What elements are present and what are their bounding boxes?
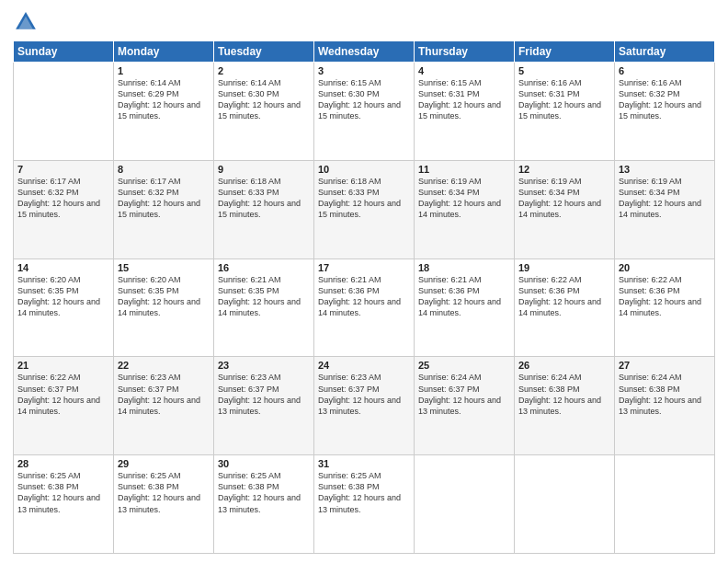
day-info: Sunrise: 6:17 AMSunset: 6:32 PMDaylight:…	[17, 176, 109, 221]
day-info: Sunrise: 6:15 AMSunset: 6:31 PMDaylight:…	[418, 77, 510, 122]
day-number: 17	[318, 262, 410, 273]
day-number: 18	[418, 262, 510, 273]
logo-icon	[13, 9, 39, 35]
day-info: Sunrise: 6:19 AMSunset: 6:34 PMDaylight:…	[518, 176, 610, 221]
day-cell: 29Sunrise: 6:25 AMSunset: 6:38 PMDayligh…	[114, 455, 214, 554]
week-row-4: 21Sunrise: 6:22 AMSunset: 6:37 PMDayligh…	[14, 357, 715, 455]
day-number: 24	[318, 360, 410, 371]
day-cell: 28Sunrise: 6:25 AMSunset: 6:38 PMDayligh…	[14, 455, 114, 554]
day-info: Sunrise: 6:14 AMSunset: 6:30 PMDaylight:…	[218, 77, 310, 122]
day-cell: 12Sunrise: 6:19 AMSunset: 6:34 PMDayligh…	[515, 160, 615, 259]
day-info: Sunrise: 6:20 AMSunset: 6:35 PMDaylight:…	[17, 274, 109, 319]
day-info: Sunrise: 6:14 AMSunset: 6:29 PMDaylight:…	[118, 77, 210, 122]
day-number: 5	[518, 65, 610, 76]
calendar-table: SundayMondayTuesdayWednesdayThursdayFrid…	[13, 40, 715, 554]
day-info: Sunrise: 6:24 AMSunset: 6:38 PMDaylight:…	[518, 372, 610, 417]
day-number: 9	[218, 164, 310, 175]
day-number: 12	[518, 164, 610, 175]
week-row-5: 28Sunrise: 6:25 AMSunset: 6:38 PMDayligh…	[14, 455, 715, 554]
day-number: 20	[619, 262, 711, 273]
day-info: Sunrise: 6:24 AMSunset: 6:37 PMDaylight:…	[418, 372, 510, 417]
day-cell: 19Sunrise: 6:22 AMSunset: 6:36 PMDayligh…	[515, 259, 615, 357]
week-row-2: 7Sunrise: 6:17 AMSunset: 6:32 PMDaylight…	[14, 160, 715, 259]
day-number: 16	[218, 262, 310, 273]
day-cell: 17Sunrise: 6:21 AMSunset: 6:36 PMDayligh…	[314, 259, 415, 357]
day-number: 13	[619, 164, 711, 175]
day-cell	[14, 63, 114, 161]
weekday-header-wednesday: Wednesday	[314, 41, 415, 63]
day-cell: 15Sunrise: 6:20 AMSunset: 6:35 PMDayligh…	[114, 259, 214, 357]
weekday-header-thursday: Thursday	[415, 41, 515, 63]
header	[13, 9, 715, 35]
day-cell: 16Sunrise: 6:21 AMSunset: 6:35 PMDayligh…	[214, 259, 314, 357]
day-cell	[415, 455, 515, 554]
day-cell: 25Sunrise: 6:24 AMSunset: 6:37 PMDayligh…	[415, 357, 515, 455]
day-info: Sunrise: 6:21 AMSunset: 6:36 PMDaylight:…	[318, 274, 410, 319]
day-cell: 21Sunrise: 6:22 AMSunset: 6:37 PMDayligh…	[14, 357, 114, 455]
day-cell: 14Sunrise: 6:20 AMSunset: 6:35 PMDayligh…	[14, 259, 114, 357]
day-number: 2	[218, 65, 310, 76]
day-cell	[615, 455, 715, 554]
day-info: Sunrise: 6:18 AMSunset: 6:33 PMDaylight:…	[318, 176, 410, 221]
day-number: 11	[418, 164, 510, 175]
day-number: 31	[318, 458, 410, 469]
day-cell	[515, 455, 615, 554]
day-cell: 10Sunrise: 6:18 AMSunset: 6:33 PMDayligh…	[314, 160, 415, 259]
day-number: 14	[17, 262, 109, 273]
day-info: Sunrise: 6:25 AMSunset: 6:38 PMDaylight:…	[118, 470, 210, 515]
day-cell: 4Sunrise: 6:15 AMSunset: 6:31 PMDaylight…	[415, 63, 515, 161]
day-info: Sunrise: 6:21 AMSunset: 6:36 PMDaylight:…	[418, 274, 510, 319]
logo	[13, 9, 42, 35]
day-cell: 26Sunrise: 6:24 AMSunset: 6:38 PMDayligh…	[515, 357, 615, 455]
day-number: 8	[118, 164, 210, 175]
day-number: 6	[619, 65, 711, 76]
day-cell: 11Sunrise: 6:19 AMSunset: 6:34 PMDayligh…	[415, 160, 515, 259]
day-cell: 30Sunrise: 6:25 AMSunset: 6:38 PMDayligh…	[214, 455, 314, 554]
day-cell: 1Sunrise: 6:14 AMSunset: 6:29 PMDaylight…	[114, 63, 214, 161]
day-number: 22	[118, 360, 210, 371]
day-cell: 8Sunrise: 6:17 AMSunset: 6:32 PMDaylight…	[114, 160, 214, 259]
day-info: Sunrise: 6:25 AMSunset: 6:38 PMDaylight:…	[318, 470, 410, 515]
day-cell: 9Sunrise: 6:18 AMSunset: 6:33 PMDaylight…	[214, 160, 314, 259]
day-info: Sunrise: 6:19 AMSunset: 6:34 PMDaylight:…	[619, 176, 711, 221]
day-info: Sunrise: 6:23 AMSunset: 6:37 PMDaylight:…	[318, 372, 410, 417]
day-info: Sunrise: 6:17 AMSunset: 6:32 PMDaylight:…	[118, 176, 210, 221]
weekday-header-friday: Friday	[515, 41, 615, 63]
day-cell: 22Sunrise: 6:23 AMSunset: 6:37 PMDayligh…	[114, 357, 214, 455]
day-cell: 13Sunrise: 6:19 AMSunset: 6:34 PMDayligh…	[615, 160, 715, 259]
day-number: 4	[418, 65, 510, 76]
weekday-header-tuesday: Tuesday	[214, 41, 314, 63]
day-info: Sunrise: 6:16 AMSunset: 6:32 PMDaylight:…	[619, 77, 711, 122]
day-info: Sunrise: 6:23 AMSunset: 6:37 PMDaylight:…	[118, 372, 210, 417]
day-info: Sunrise: 6:25 AMSunset: 6:38 PMDaylight:…	[17, 470, 109, 515]
day-info: Sunrise: 6:19 AMSunset: 6:34 PMDaylight:…	[418, 176, 510, 221]
day-number: 23	[218, 360, 310, 371]
day-number: 15	[118, 262, 210, 273]
day-number: 30	[218, 458, 310, 469]
day-info: Sunrise: 6:22 AMSunset: 6:36 PMDaylight:…	[619, 274, 711, 319]
day-number: 21	[17, 360, 109, 371]
weekday-header-monday: Monday	[114, 41, 214, 63]
day-number: 19	[518, 262, 610, 273]
day-cell: 31Sunrise: 6:25 AMSunset: 6:38 PMDayligh…	[314, 455, 415, 554]
day-cell: 2Sunrise: 6:14 AMSunset: 6:30 PMDaylight…	[214, 63, 314, 161]
day-number: 1	[118, 65, 210, 76]
page: SundayMondayTuesdayWednesdayThursdayFrid…	[0, 0, 728, 563]
day-info: Sunrise: 6:22 AMSunset: 6:37 PMDaylight:…	[17, 372, 109, 417]
day-info: Sunrise: 6:18 AMSunset: 6:33 PMDaylight:…	[218, 176, 310, 221]
day-number: 27	[619, 360, 711, 371]
day-number: 7	[17, 164, 109, 175]
weekday-header-row: SundayMondayTuesdayWednesdayThursdayFrid…	[14, 41, 715, 63]
weekday-header-saturday: Saturday	[615, 41, 715, 63]
day-cell: 27Sunrise: 6:24 AMSunset: 6:38 PMDayligh…	[615, 357, 715, 455]
day-info: Sunrise: 6:24 AMSunset: 6:38 PMDaylight:…	[619, 372, 711, 417]
day-cell: 3Sunrise: 6:15 AMSunset: 6:30 PMDaylight…	[314, 63, 415, 161]
day-info: Sunrise: 6:16 AMSunset: 6:31 PMDaylight:…	[518, 77, 610, 122]
day-cell: 20Sunrise: 6:22 AMSunset: 6:36 PMDayligh…	[615, 259, 715, 357]
day-cell: 18Sunrise: 6:21 AMSunset: 6:36 PMDayligh…	[415, 259, 515, 357]
week-row-1: 1Sunrise: 6:14 AMSunset: 6:29 PMDaylight…	[14, 63, 715, 161]
day-info: Sunrise: 6:25 AMSunset: 6:38 PMDaylight:…	[218, 470, 310, 515]
day-cell: 23Sunrise: 6:23 AMSunset: 6:37 PMDayligh…	[214, 357, 314, 455]
day-number: 29	[118, 458, 210, 469]
day-cell: 5Sunrise: 6:16 AMSunset: 6:31 PMDaylight…	[515, 63, 615, 161]
